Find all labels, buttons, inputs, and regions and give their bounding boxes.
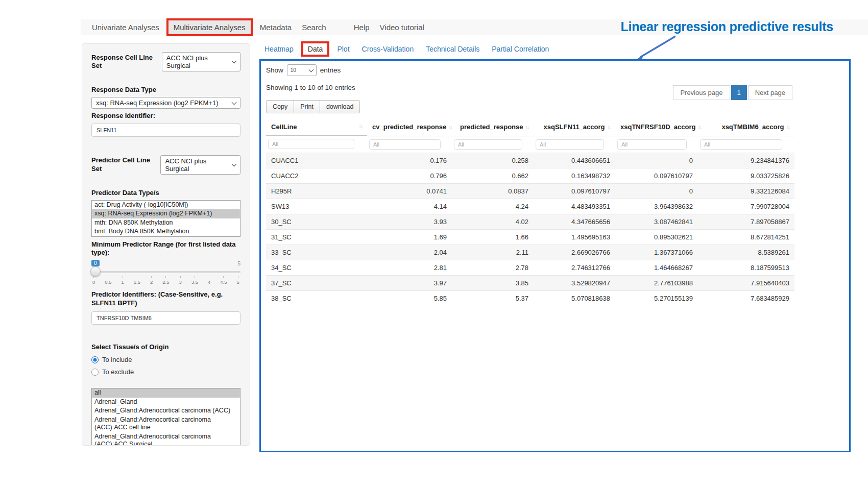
value-cell: 4.14 bbox=[367, 199, 452, 214]
predictor-option-act-drug-activity-log10-ic50m[interactable]: act: Drug Activity (-log10[IC50M]) bbox=[92, 201, 240, 210]
column-header-xsqtmbim6-accorg[interactable]: xsqTMBIM6_accorg↑↓ bbox=[698, 118, 794, 136]
value-cell: 4.24 bbox=[452, 199, 534, 214]
sort-icon[interactable]: ↑↓ bbox=[607, 124, 611, 130]
slider-tick: 1 bbox=[122, 276, 124, 285]
column-header-xsqtnfrsf10d-accorg[interactable]: xsqTNFRSF10D_accorg↑↓ bbox=[615, 118, 698, 136]
column-header-cv-predicted-response[interactable]: cv_predicted_response↑↓ bbox=[367, 118, 452, 136]
slider-tick: 4.5 bbox=[220, 276, 227, 285]
predictor-identifiers-input[interactable] bbox=[91, 311, 240, 325]
copy-button[interactable]: Copy bbox=[266, 100, 294, 113]
value-cell: 0.163498732 bbox=[534, 168, 615, 183]
slider-handle[interactable] bbox=[90, 266, 101, 277]
tab-data[interactable]: Data bbox=[308, 45, 323, 53]
predictor-data-types-label: Predictor Data Type/s bbox=[91, 189, 240, 197]
export-button-group: Copy Print download bbox=[266, 100, 360, 113]
slider-value-badge: 0 bbox=[91, 260, 100, 266]
nav-item-metadata[interactable]: Metadata bbox=[255, 20, 297, 34]
sort-icon[interactable]: ↑↓ bbox=[359, 123, 363, 131]
value-cell: 5.270155139 bbox=[615, 290, 698, 306]
sort-icon[interactable]: ↑↓ bbox=[525, 124, 529, 130]
value-cell: 0 bbox=[615, 183, 698, 199]
column-label: xsqTMBIM6_accorg bbox=[721, 123, 784, 131]
min-predictor-range-slider: 0 5 00.511.522.533.544.55 bbox=[91, 260, 240, 286]
filter-input-predicted-response[interactable] bbox=[454, 139, 522, 150]
filter-input-xsqslfn11-accorg[interactable] bbox=[536, 139, 604, 150]
value-cell: 0.796 bbox=[367, 168, 452, 183]
tissue-option-all[interactable]: all bbox=[92, 388, 240, 398]
current-page-button[interactable]: 1 bbox=[731, 85, 747, 100]
column-label: CellLine bbox=[271, 123, 297, 131]
cell-line-name: CUACC2 bbox=[266, 168, 367, 183]
response-cell-line-set-select[interactable]: ACC NCI plus Surgical bbox=[162, 52, 240, 71]
nav-item-univariate-analyses[interactable]: Univariate Analyses bbox=[87, 20, 164, 34]
print-button[interactable]: Print bbox=[294, 100, 320, 113]
radio-to-include[interactable]: To include bbox=[91, 356, 240, 363]
response-cell-line-set-label: Response Cell Line Set bbox=[91, 54, 162, 70]
value-cell: 7.990728004 bbox=[698, 199, 794, 214]
filter-input-xsqtmbim6-accorg[interactable] bbox=[700, 139, 782, 150]
slider-tick: 2 bbox=[150, 276, 153, 285]
filter-input-xsqtnfrsf10d-accorg[interactable] bbox=[617, 139, 687, 150]
value-cell: 0 bbox=[615, 153, 698, 168]
cell-line-name: 30_SC bbox=[266, 214, 367, 229]
nav-item-video-tutorial[interactable]: Video tutorial bbox=[375, 20, 429, 34]
show-entries-select[interactable]: 10 bbox=[287, 64, 317, 76]
tab-plot[interactable]: Plot bbox=[337, 45, 349, 53]
column-header-cellline[interactable]: CellLine↑↓ bbox=[266, 118, 367, 136]
min-predictor-range-label: Minimum Predictor Range (for first liste… bbox=[91, 240, 240, 257]
tissue-option-adrenal-gland[interactable]: Adrenal_Gland bbox=[92, 398, 240, 407]
predictor-data-types-listbox: act: Drug Activity (-log10[IC50M])xsq: R… bbox=[91, 200, 240, 237]
predictor-cell-line-set-select[interactable]: ACC NCI plus Surgical bbox=[160, 155, 240, 175]
value-cell: 7.915640403 bbox=[698, 275, 794, 290]
nav-item-multivariate-analyses[interactable]: Multivariate Analyses bbox=[168, 20, 251, 34]
next-page-button[interactable]: Next page bbox=[748, 85, 792, 100]
filter-input-cv-predicted-response[interactable] bbox=[369, 139, 441, 150]
radio-to-include-label: To include bbox=[102, 356, 132, 363]
predictor-cell-line-set-label: Predictor Cell Line Set bbox=[91, 156, 160, 173]
pagination: Previous page 1 Next page bbox=[672, 85, 792, 100]
response-identifier-input[interactable] bbox=[91, 124, 240, 137]
slider-tick: 0.5 bbox=[105, 276, 111, 285]
annotation-title: Linear regression predictive results bbox=[620, 19, 833, 34]
tab-technical-details[interactable]: Technical Details bbox=[426, 45, 479, 53]
column-header-predicted-response[interactable]: predicted_response↑↓ bbox=[452, 118, 534, 136]
predictor-option-xsq-rna-seq-expression-log2-fpkm-1[interactable]: xsq: RNA-seq Expression (log2 FPKM+1) bbox=[92, 209, 240, 218]
value-cell: 1.495695163 bbox=[534, 229, 615, 245]
value-cell: 0.0837 bbox=[452, 183, 534, 199]
value-cell: 0.0741 bbox=[367, 183, 452, 199]
tissue-option-adrenal-gland-adrenocortical-carcinoma-a[interactable]: Adrenal_Gland:Adrenocortical carcinoma (… bbox=[92, 416, 240, 432]
slider-track[interactable] bbox=[91, 271, 240, 273]
slider-tick: 0 bbox=[92, 276, 95, 285]
slider-tick: 3 bbox=[179, 276, 182, 285]
value-cell: 3.93 bbox=[367, 214, 452, 229]
tissue-option-adrenal-gland-adrenocortical-carcinoma-a[interactable]: Adrenal_Gland:Adrenocortical carcinoma (… bbox=[92, 432, 240, 446]
download-button[interactable]: download bbox=[320, 100, 360, 113]
tab-partial-correlation[interactable]: Partial Correlation bbox=[492, 45, 549, 53]
response-cell-line-set-value: ACC NCI plus Surgical bbox=[166, 54, 228, 69]
value-cell: 5.37 bbox=[452, 290, 534, 306]
table-row-30-sc: 30_SC3.934.024.3476656563.0874628417.897… bbox=[266, 214, 794, 229]
response-data-type-select[interactable]: xsq: RNA-seq Expression (log2 FPKM+1) bbox=[91, 97, 240, 109]
filter-input-cellline[interactable] bbox=[268, 139, 354, 149]
tissue-option-adrenal-gland-adrenocortical-carcinoma-a[interactable]: Adrenal_Gland:Adrenocortical carcinoma (… bbox=[92, 406, 240, 416]
sort-icon[interactable]: ↑↓ bbox=[697, 124, 701, 130]
tab-cross-validation[interactable]: Cross-Validation bbox=[362, 45, 414, 53]
value-cell: 1.69 bbox=[367, 229, 452, 245]
radio-to-exclude[interactable]: To exclude bbox=[91, 368, 240, 376]
nav-item-search[interactable]: Search bbox=[297, 20, 331, 34]
sort-icon[interactable]: ↑↓ bbox=[448, 124, 452, 130]
predictor-option-bmt-body-dna-850k-methylation[interactable]: bmt: Body DNA 850K Methylation bbox=[92, 227, 240, 236]
nav-item-help[interactable]: Help bbox=[349, 20, 375, 34]
value-cell: 2.11 bbox=[452, 245, 534, 260]
predictor-option-mth-dna-850k-methylation[interactable]: mth: DNA 850K Methylation bbox=[92, 218, 240, 228]
previous-page-button[interactable]: Previous page bbox=[673, 85, 730, 100]
tab-heatmap[interactable]: Heatmap bbox=[264, 45, 294, 53]
value-cell: 3.85 bbox=[452, 275, 534, 290]
cell-line-name: 33_SC bbox=[266, 245, 367, 260]
chevron-down-icon bbox=[232, 100, 237, 105]
table-row-h295r: H295R0.07410.08370.09761079709.332126084 bbox=[266, 183, 794, 199]
sidebar-panel: Response Cell Line Set ACC NCI plus Surg… bbox=[82, 43, 250, 446]
sort-icon[interactable]: ↑↓ bbox=[786, 124, 790, 130]
column-header-xsqslfn11-accorg[interactable]: xsqSLFN11_accorg↑↓ bbox=[534, 118, 615, 136]
value-cell: 2.669026766 bbox=[534, 245, 615, 260]
